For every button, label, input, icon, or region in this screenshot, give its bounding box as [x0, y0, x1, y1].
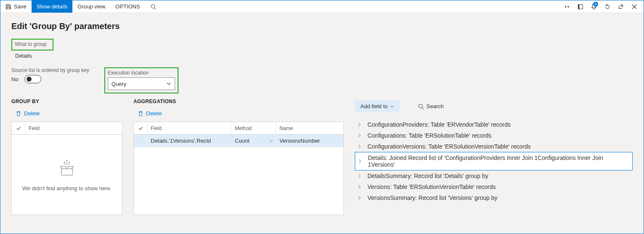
aggregations-field-header[interactable]: Field [147, 122, 232, 134]
tree-item[interactable]: VersionsSummary: Record list 'Versions' … [355, 192, 633, 203]
tree-item[interactable]: Versions: Table 'ERSolutionVersionTable'… [355, 181, 633, 192]
aggregations-empty-space [134, 147, 343, 215]
tree-item[interactable]: Details: Joined Record list of 'Configur… [355, 152, 633, 170]
expander-icon[interactable] [357, 196, 362, 200]
execution-location-highlight: Execution location Query [104, 67, 178, 93]
chevron-down-icon [269, 139, 273, 143]
page-title: Edit 'Group By' parameters [11, 21, 633, 31]
notifications-button[interactable]: 0 [588, 1, 600, 13]
execution-location-value: Query [112, 81, 126, 87]
group-by-delete-label: Delete [24, 110, 40, 117]
popout-button[interactable] [615, 1, 627, 13]
close-button[interactable] [628, 1, 640, 13]
expander-icon[interactable] [357, 122, 362, 127]
group-view-button[interactable]: Group view [72, 0, 110, 13]
execution-location-label: Execution location [108, 70, 175, 76]
save-button[interactable]: Save [0, 0, 32, 13]
command-bar-left: Save Show details Group view OPTIONS [0, 0, 161, 13]
execution-location-select[interactable]: Query [108, 77, 175, 90]
expander-icon[interactable] [357, 185, 362, 189]
refresh-button[interactable] [601, 1, 613, 13]
svg-point-10 [419, 104, 423, 108]
row-method-value: Count [235, 138, 250, 144]
group-by-delete-button[interactable]: Delete [11, 109, 44, 118]
tree-toolbar: Add field to Search [355, 100, 633, 112]
command-bar-right: 0 [561, 0, 644, 13]
tree-item-label: Versions: Table 'ERSolutionVersionTable'… [367, 183, 496, 190]
settings-row: Source list is ordered by group key No E… [11, 67, 633, 93]
group-by-check-header[interactable] [12, 122, 25, 134]
tree-item[interactable]: ConfigurationVersions: Table 'ERSolution… [355, 141, 633, 152]
ordered-value: No [11, 76, 19, 82]
expander-icon[interactable] [358, 159, 362, 163]
aggregations-check-header[interactable] [134, 122, 147, 134]
aggregations-title: AGGREGATIONS [133, 98, 344, 104]
group-by-table: Field We didn't find anything to show he… [11, 122, 122, 215]
show-details-label: Show details [37, 3, 68, 10]
empty-icon [57, 158, 77, 178]
aggregations-column: AGGREGATIONS Delete Field Method Name [133, 98, 344, 215]
bell-icon: 0 [591, 3, 597, 10]
options-button[interactable]: OPTIONS [110, 0, 145, 13]
aggregations-method-header[interactable]: Method [232, 122, 276, 134]
group-by-column: GROUP BY Delete Field We [11, 98, 122, 215]
office-icon[interactable] [575, 1, 586, 13]
ordered-by-key-field: Source list is ordered by group key No [11, 67, 89, 93]
save-icon [5, 4, 11, 10]
expander-icon[interactable] [357, 144, 362, 149]
tree-item[interactable]: DetailsSummary: Record list 'Details' gr… [355, 170, 633, 181]
add-field-to-button[interactable]: Add field to [355, 100, 400, 112]
tree-item-label: VersionsSummary: Record list 'Versions' … [367, 194, 498, 201]
connector-icon[interactable] [561, 1, 573, 13]
table-row[interactable]: Details.'1Versions'.RecId Count Versions… [134, 135, 343, 147]
notification-badge: 0 [593, 2, 598, 7]
toolbar-search-button[interactable] [145, 0, 161, 13]
show-details-button[interactable]: Show details [32, 0, 73, 13]
svg-line-11 [422, 107, 424, 109]
aggregations-delete-button[interactable]: Delete [133, 109, 166, 118]
expander-icon[interactable] [357, 133, 362, 138]
svg-point-4 [64, 162, 65, 162]
chevron-down-icon [166, 81, 171, 86]
search-icon [150, 4, 156, 10]
aggregations-name-header[interactable]: Name [276, 122, 343, 134]
main-columns: GROUP BY Delete Field We [11, 98, 633, 215]
tree-item-label: ConfigurationProviders: Table 'ERVendorT… [367, 121, 511, 128]
aggregations-tbody: Details.'1Versions'.RecId Count Versions… [134, 135, 343, 215]
tree-item-label: Configurations: Table 'ERSolutionTable' … [367, 132, 492, 139]
row-method[interactable]: Count [232, 135, 276, 147]
tree-item[interactable]: Configurations: Table 'ERSolutionTable' … [355, 130, 633, 141]
page-body: Edit 'Group By' parameters What to group… [0, 13, 644, 223]
what-to-group-value: Details [15, 53, 32, 59]
toggle-knob [27, 77, 32, 82]
what-to-group-input[interactable]: Details [11, 50, 633, 61]
tree-item[interactable]: ConfigurationProviders: Table 'ERVendorT… [355, 119, 633, 130]
svg-point-5 [67, 160, 67, 161]
save-label: Save [14, 3, 27, 10]
group-by-title: GROUP BY [11, 98, 122, 104]
data-sources-column: Add field to Search ConfigurationProvide… [355, 98, 633, 215]
ordered-toggle[interactable] [24, 75, 41, 83]
expander-icon[interactable] [357, 174, 362, 178]
aggregations-delete-label: Delete [146, 110, 162, 117]
ordered-label: Source list is ordered by group key [11, 67, 89, 73]
aggregations-thead: Field Method Name [134, 122, 343, 135]
command-bar: Save Show details Group view OPTIONS 0 [0, 0, 644, 13]
aggregations-table: Field Method Name Details.'1Versions'.Re… [133, 122, 344, 215]
ordered-toggle-row: No [11, 75, 89, 83]
row-name[interactable]: VersionsNumber [276, 135, 343, 147]
data-sources-tree: ConfigurationProviders: Table 'ERVendorT… [355, 119, 633, 203]
what-to-group-label: What to group [15, 41, 50, 47]
tree-item-label: DetailsSummary: Record list 'Details' gr… [367, 173, 488, 179]
tree-item-label: ConfigurationVersions: Table 'ERSolution… [367, 143, 531, 150]
what-to-group-field-highlight: What to group [11, 39, 53, 51]
trash-icon [138, 111, 144, 117]
search-icon [418, 104, 424, 109]
group-by-empty: We didn't find anything to show here. [12, 135, 122, 215]
row-check[interactable] [134, 135, 147, 147]
group-by-thead: Field [12, 122, 122, 135]
svg-line-9 [69, 163, 69, 165]
tree-search-button[interactable]: Search [412, 100, 449, 112]
row-field[interactable]: Details.'1Versions'.RecId [147, 135, 232, 147]
group-by-field-header[interactable]: Field [25, 122, 122, 134]
